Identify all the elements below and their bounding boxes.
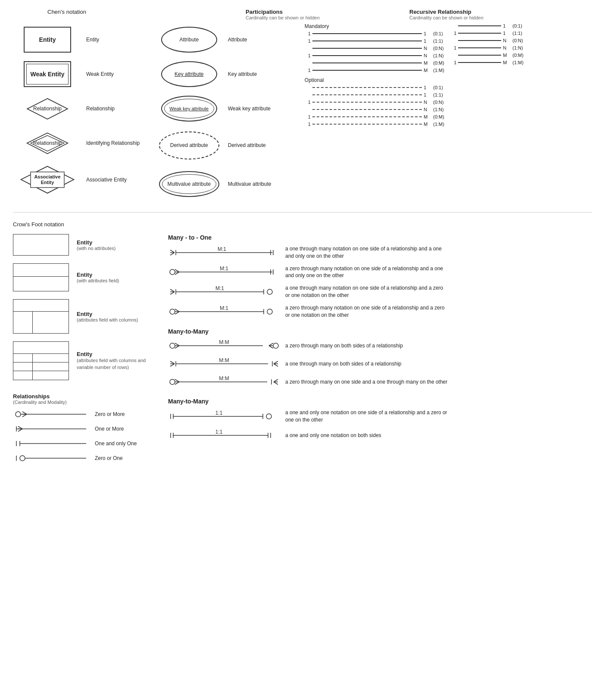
one-only-icon <box>13 438 90 449</box>
svg-text:M:1: M:1 <box>220 266 228 272</box>
attr-label: Attribute <box>224 37 293 43</box>
one-one-row-1: 1:1 a one and only one notation on one s… <box>168 409 592 424</box>
zero-more-icon <box>13 409 90 419</box>
crow-entity-variable-label: Entity (attributes field with columns an… <box>77 351 146 371</box>
associative-label: Associative Entity <box>82 177 151 183</box>
rec-row-2: 1 1 (1:1) <box>450 31 592 36</box>
crow-entity-attr-shape <box>13 263 69 291</box>
mtm-diagram-1: M:M <box>168 339 280 352</box>
crow-zero-more-row: Zero or More <box>13 409 151 419</box>
part-mandatory-row-6: 1 M (1:M) <box>305 68 450 73</box>
mto-row-2: M:1 a zero through many notation on one … <box>168 265 592 280</box>
part-optional-row-2: 1 (1:1) <box>305 92 450 97</box>
crow-entity-simple-shape <box>13 234 69 256</box>
mto-row-3: M:1 a one through many notation on one s… <box>168 284 592 299</box>
derived-attr-symbol: Derived attribute <box>155 131 224 159</box>
multivalue-attr-symbol: Multivalue attribute <box>155 171 224 197</box>
recursive-column: 1 (0:1) 1 1 (1:1) N (0:N) 1 N (1:N) <box>450 22 592 203</box>
chen-key-attr-row: Key attribute Key attribute <box>155 57 305 91</box>
part-mandatory-row-3: N (0:N) <box>305 46 450 51</box>
chen-multivalue-attr-row: Multivalue attribute Multivalue attribut… <box>155 165 305 203</box>
one-more-icon <box>13 424 90 434</box>
chen-entity-row: Entity Entity <box>13 22 155 57</box>
part-optional-row-3: 1 N (0:N) <box>305 100 450 105</box>
svg-point-45 <box>170 309 175 314</box>
crow-zero-one-row: Zero or One <box>13 453 151 463</box>
key-attr-ellipse-shape: Key attribute <box>161 61 217 87</box>
rec-row-6: 1 M (1:M) <box>450 60 592 65</box>
weak-entity-symbol: Weak Entity <box>13 61 82 87</box>
mtm-diagram-3: M:M <box>168 375 280 388</box>
svg-point-58 <box>273 343 278 348</box>
derived-attr-label: Derived attribute <box>224 142 293 148</box>
svg-point-51 <box>267 309 272 314</box>
chen-entities-column: Entity Entity Weak Entity Weak Entity <box>13 22 155 203</box>
attr-symbol: Attribute <box>155 27 224 53</box>
part-optional-row-1: 1 (0:1) <box>305 85 450 90</box>
svg-line-79 <box>274 382 278 384</box>
svg-line-31 <box>175 272 179 275</box>
crow-entity-cols-row: Entity (attributes field with columns) <box>13 299 151 334</box>
part-mandatory-row-5: M (0:M) <box>305 60 450 66</box>
svg-point-5 <box>16 412 21 417</box>
svg-line-47 <box>175 312 179 314</box>
rec-row-1: 1 (0:1) <box>450 23 592 28</box>
assoc-entity-shape: AssociativeEntity <box>19 165 75 195</box>
svg-text:M:1: M:1 <box>218 246 226 252</box>
mto-desc-4: a zero through many notation on one side… <box>285 304 449 319</box>
weak-entity-label: Weak Entity <box>82 71 151 77</box>
crow-entity-cols-label: Entity (attributes field with columns) <box>77 311 138 322</box>
svg-line-22 <box>170 253 175 255</box>
zero-one-icon <box>13 453 90 463</box>
svg-point-73 <box>170 379 175 384</box>
svg-text:M:M: M:M <box>219 339 229 345</box>
multivalue-ellipse-shape: Multivalue attribute <box>159 171 219 197</box>
identifying-symbol: Relationship <box>13 131 82 155</box>
svg-line-46 <box>175 309 179 312</box>
svg-line-78 <box>274 379 278 382</box>
one-more-label: One or More <box>95 426 124 432</box>
mtm2-title: Many-to-Many <box>168 398 592 405</box>
svg-line-37 <box>170 289 175 292</box>
entity-box: Entity <box>24 27 71 53</box>
rec-row-5: M (0:M) <box>450 53 592 58</box>
recursive-subtitle: Cardinality can be shown or hidden <box>409 15 582 20</box>
part-optional-row-5: 1 M (0:M) <box>305 114 450 119</box>
svg-text:M:1: M:1 <box>215 285 224 291</box>
svg-line-69 <box>274 364 278 366</box>
svg-text:M:M: M:M <box>219 375 229 381</box>
mtm-title: Many-to-Many <box>168 328 592 335</box>
crow-left-col: Entity (with no attributes) Entity (with… <box>13 234 151 468</box>
mtm-row-1: M:M a zero through many on both sides of… <box>168 339 592 352</box>
weak-key-attr-label: Weak key attribute <box>224 106 293 112</box>
svg-line-64 <box>170 364 175 366</box>
crows-foot-title: Crow's Foot notation <box>13 221 592 228</box>
crow-entity-simple-label: Entity (with no attributes) <box>77 239 115 251</box>
svg-line-74 <box>175 379 179 382</box>
participations-column: Mandatory 1 1 (0:1) 1 1 (1:1) N (0:N) <box>305 22 450 203</box>
chen-relationship-row: Relationship Relationship <box>13 91 155 126</box>
crows-foot-section: Crow's Foot notation Entity (with no att… <box>13 221 592 468</box>
mto-diagram-3: M:1 <box>168 285 280 298</box>
entity-symbol: Entity <box>13 27 82 53</box>
svg-line-21 <box>170 250 175 253</box>
associative-symbol: AssociativeEntity <box>13 165 82 195</box>
one-one-row-2: 1:1 a one and only one notation on both … <box>168 429 592 442</box>
divider <box>13 212 592 212</box>
mto-row-1: M:1 a one through many notation on one s… <box>168 245 592 260</box>
mtm-row-2: M:M a one through many on both sides of … <box>168 357 592 370</box>
mtm-desc-1: a zero through many on both sides of a r… <box>285 342 403 350</box>
optional-label: Optional <box>305 77 450 83</box>
zero-one-label: Zero or One <box>95 455 123 461</box>
mto-desc-3: a one through many notation on one side … <box>285 284 449 299</box>
crow-entity-attr-row: Entity (with attributes field) <box>13 263 151 291</box>
relationship-label: Relationship <box>82 106 151 112</box>
svg-text:1:1: 1:1 <box>215 410 223 416</box>
chen-weak-key-attr-row: Weak key attribute Weak key attribute <box>155 91 305 126</box>
zero-more-label: Zero or More <box>95 411 125 417</box>
svg-point-19 <box>20 456 25 461</box>
chen-weak-entity-row: Weak Entity Weak Entity <box>13 57 155 91</box>
crow-entity-variable-shape <box>13 341 69 380</box>
one-one-diagram-1: 1:1 <box>168 410 280 423</box>
svg-point-53 <box>170 343 175 348</box>
